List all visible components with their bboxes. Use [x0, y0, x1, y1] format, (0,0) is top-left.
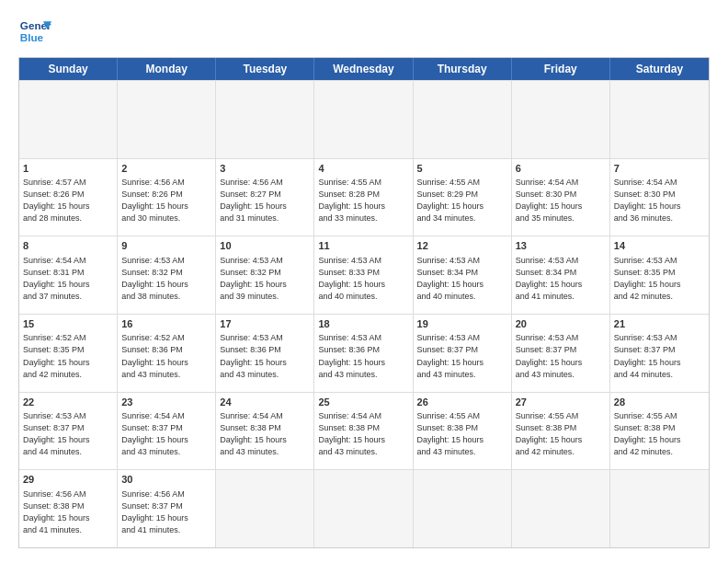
- header-day-saturday: Saturday: [610, 58, 709, 80]
- calendar-cell: 20Sunrise: 4:53 AM Sunset: 8:37 PM Dayli…: [512, 315, 610, 392]
- day-info: Sunrise: 4:56 AM Sunset: 8:27 PM Dayligh…: [220, 177, 310, 224]
- day-number: 29: [23, 473, 113, 487]
- calendar-cell: 13Sunrise: 4:53 AM Sunset: 8:34 PM Dayli…: [512, 236, 610, 314]
- day-info: Sunrise: 4:57 AM Sunset: 8:26 PM Dayligh…: [23, 177, 113, 224]
- day-info: Sunrise: 4:55 AM Sunset: 8:38 PM Dayligh…: [516, 410, 606, 458]
- calendar-week-2: 8Sunrise: 4:54 AM Sunset: 8:31 PM Daylig…: [19, 236, 709, 314]
- calendar-cell: 24Sunrise: 4:54 AM Sunset: 8:38 PM Dayli…: [216, 393, 314, 470]
- day-number: 25: [318, 396, 408, 409]
- day-info: Sunrise: 4:54 AM Sunset: 8:37 PM Dayligh…: [121, 410, 211, 458]
- day-number: 2: [121, 162, 211, 176]
- calendar-cell: 29Sunrise: 4:56 AM Sunset: 8:38 PM Dayli…: [19, 470, 118, 547]
- calendar-cell: 18Sunrise: 4:53 AM Sunset: 8:36 PM Dayli…: [314, 315, 413, 392]
- calendar-cell: [216, 81, 314, 158]
- header-day-tuesday: Tuesday: [216, 58, 314, 80]
- day-number: 8: [23, 239, 113, 253]
- day-number: 21: [614, 317, 705, 331]
- day-info: Sunrise: 4:54 AM Sunset: 8:38 PM Dayligh…: [220, 410, 310, 458]
- calendar-cell: [19, 81, 118, 158]
- calendar-cell: 19Sunrise: 4:53 AM Sunset: 8:37 PM Dayli…: [414, 315, 512, 392]
- day-number: 6: [516, 162, 606, 176]
- calendar-cell: 14Sunrise: 4:53 AM Sunset: 8:35 PM Dayli…: [610, 236, 709, 314]
- day-number: 14: [614, 239, 705, 253]
- calendar-cell: [414, 81, 512, 158]
- day-info: Sunrise: 4:56 AM Sunset: 8:37 PM Dayligh…: [121, 488, 211, 536]
- calendar-header: SundayMondayTuesdayWednesdayThursdayFrid…: [19, 58, 709, 80]
- calendar-cell: [610, 470, 709, 547]
- day-info: Sunrise: 4:55 AM Sunset: 8:29 PM Dayligh…: [417, 177, 507, 224]
- calendar-cell: 1Sunrise: 4:57 AM Sunset: 8:26 PM Daylig…: [19, 159, 118, 236]
- calendar-cell: 11Sunrise: 4:53 AM Sunset: 8:33 PM Dayli…: [314, 236, 413, 314]
- calendar-cell: 22Sunrise: 4:53 AM Sunset: 8:37 PM Dayli…: [19, 393, 118, 470]
- day-number: 9: [121, 239, 211, 253]
- calendar-cell: [512, 81, 610, 158]
- calendar-cell: [216, 470, 314, 547]
- calendar-cell: 6Sunrise: 4:54 AM Sunset: 8:30 PM Daylig…: [512, 159, 610, 236]
- calendar: SundayMondayTuesdayWednesdayThursdayFrid…: [18, 57, 710, 548]
- day-info: Sunrise: 4:53 AM Sunset: 8:32 PM Dayligh…: [220, 255, 310, 303]
- day-info: Sunrise: 4:54 AM Sunset: 8:38 PM Dayligh…: [318, 410, 408, 458]
- day-number: 5: [417, 162, 507, 176]
- header-day-wednesday: Wednesday: [314, 58, 413, 80]
- day-info: Sunrise: 4:55 AM Sunset: 8:28 PM Dayligh…: [318, 177, 408, 224]
- calendar-cell: 3Sunrise: 4:56 AM Sunset: 8:27 PM Daylig…: [216, 159, 314, 236]
- day-info: Sunrise: 4:53 AM Sunset: 8:32 PM Dayligh…: [121, 255, 211, 303]
- header-day-sunday: Sunday: [19, 58, 118, 80]
- day-number: 7: [614, 162, 705, 176]
- day-number: 22: [23, 396, 113, 409]
- day-number: 20: [516, 317, 606, 331]
- day-info: Sunrise: 4:56 AM Sunset: 8:38 PM Dayligh…: [23, 488, 113, 536]
- logo: General Blue: [18, 15, 51, 48]
- day-info: Sunrise: 4:52 AM Sunset: 8:36 PM Dayligh…: [121, 332, 211, 380]
- calendar-cell: 8Sunrise: 4:54 AM Sunset: 8:31 PM Daylig…: [19, 236, 118, 314]
- calendar-cell: 4Sunrise: 4:55 AM Sunset: 8:28 PM Daylig…: [314, 159, 413, 236]
- day-info: Sunrise: 4:53 AM Sunset: 8:33 PM Dayligh…: [318, 255, 408, 303]
- calendar-cell: [314, 81, 413, 158]
- day-number: 23: [121, 396, 211, 409]
- day-number: 30: [121, 473, 211, 487]
- calendar-cell: 27Sunrise: 4:55 AM Sunset: 8:38 PM Dayli…: [512, 393, 610, 470]
- day-number: 1: [23, 162, 113, 176]
- day-info: Sunrise: 4:54 AM Sunset: 8:31 PM Dayligh…: [23, 255, 113, 303]
- day-info: Sunrise: 4:54 AM Sunset: 8:30 PM Dayligh…: [516, 177, 606, 224]
- day-number: 26: [417, 396, 507, 409]
- day-info: Sunrise: 4:53 AM Sunset: 8:36 PM Dayligh…: [220, 332, 310, 380]
- day-number: 17: [220, 317, 310, 331]
- day-info: Sunrise: 4:53 AM Sunset: 8:37 PM Dayligh…: [23, 410, 113, 458]
- day-number: 12: [417, 239, 507, 253]
- day-number: 10: [220, 239, 310, 253]
- calendar-cell: 23Sunrise: 4:54 AM Sunset: 8:37 PM Dayli…: [118, 393, 216, 470]
- header-day-thursday: Thursday: [414, 58, 512, 80]
- day-info: Sunrise: 4:53 AM Sunset: 8:37 PM Dayligh…: [417, 332, 507, 380]
- day-number: 18: [318, 317, 408, 331]
- day-number: 4: [318, 162, 408, 176]
- day-info: Sunrise: 4:55 AM Sunset: 8:38 PM Dayligh…: [417, 410, 507, 458]
- day-number: 19: [417, 317, 507, 331]
- day-number: 3: [220, 162, 310, 176]
- header: General Blue: [18, 15, 710, 48]
- day-number: 13: [516, 239, 606, 253]
- day-info: Sunrise: 4:53 AM Sunset: 8:37 PM Dayligh…: [614, 332, 705, 380]
- calendar-cell: 12Sunrise: 4:53 AM Sunset: 8:34 PM Dayli…: [414, 236, 512, 314]
- calendar-cell: [610, 81, 709, 158]
- day-info: Sunrise: 4:53 AM Sunset: 8:37 PM Dayligh…: [516, 332, 606, 380]
- calendar-week-0: [19, 80, 709, 158]
- calendar-cell: [414, 470, 512, 547]
- day-info: Sunrise: 4:55 AM Sunset: 8:38 PM Dayligh…: [614, 410, 705, 458]
- day-info: Sunrise: 4:53 AM Sunset: 8:35 PM Dayligh…: [614, 255, 705, 303]
- day-number: 24: [220, 396, 310, 409]
- calendar-cell: 9Sunrise: 4:53 AM Sunset: 8:32 PM Daylig…: [118, 236, 216, 314]
- day-info: Sunrise: 4:54 AM Sunset: 8:30 PM Dayligh…: [614, 177, 705, 224]
- day-info: Sunrise: 4:56 AM Sunset: 8:26 PM Dayligh…: [121, 177, 211, 224]
- calendar-cell: [512, 470, 610, 547]
- day-info: Sunrise: 4:53 AM Sunset: 8:34 PM Dayligh…: [417, 255, 507, 303]
- header-day-friday: Friday: [512, 58, 610, 80]
- calendar-week-3: 15Sunrise: 4:52 AM Sunset: 8:35 PM Dayli…: [19, 314, 709, 392]
- calendar-cell: 21Sunrise: 4:53 AM Sunset: 8:37 PM Dayli…: [610, 315, 709, 392]
- day-number: 27: [516, 396, 606, 409]
- svg-text:Blue: Blue: [20, 31, 44, 43]
- header-day-monday: Monday: [118, 58, 216, 80]
- calendar-cell: 15Sunrise: 4:52 AM Sunset: 8:35 PM Dayli…: [19, 315, 118, 392]
- calendar-week-5: 29Sunrise: 4:56 AM Sunset: 8:38 PM Dayli…: [19, 469, 709, 547]
- calendar-cell: 5Sunrise: 4:55 AM Sunset: 8:29 PM Daylig…: [414, 159, 512, 236]
